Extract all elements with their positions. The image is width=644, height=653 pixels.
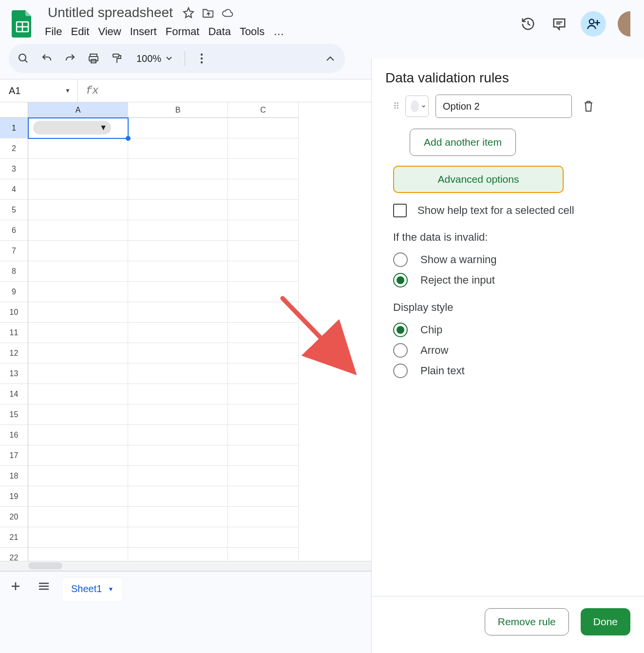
- cell[interactable]: [28, 220, 128, 241]
- column-header[interactable]: C: [228, 102, 299, 118]
- cell[interactable]: [228, 445, 299, 466]
- cell[interactable]: [228, 364, 299, 384]
- cell[interactable]: [228, 466, 299, 486]
- row-header[interactable]: 13: [0, 364, 28, 384]
- sheet-tab[interactable]: Sheet1 ▼: [62, 577, 122, 601]
- cell[interactable]: [28, 425, 128, 445]
- menu-overflow[interactable]: …: [273, 23, 291, 40]
- menu-view[interactable]: View: [98, 23, 128, 40]
- cell[interactable]: [228, 425, 299, 445]
- cell[interactable]: [228, 404, 299, 425]
- row-header[interactable]: 12: [0, 343, 28, 364]
- cell[interactable]: [228, 282, 299, 302]
- row-header[interactable]: 7: [0, 241, 28, 261]
- done-button[interactable]: Done: [581, 608, 630, 635]
- h-scroll-thumb[interactable]: [28, 562, 62, 569]
- chevron-down-icon[interactable]: ▼: [108, 586, 114, 593]
- cell[interactable]: [28, 527, 128, 548]
- advanced-options-button[interactable]: Advanced options: [393, 166, 564, 193]
- display-option[interactable]: Chip: [393, 323, 630, 337]
- collapse-toolbar-icon[interactable]: [323, 52, 337, 65]
- cell[interactable]: [28, 404, 128, 425]
- column-header[interactable]: B: [128, 102, 228, 118]
- cell[interactable]: [128, 302, 228, 323]
- cell[interactable]: [228, 179, 299, 200]
- cell[interactable]: [28, 179, 128, 200]
- cell[interactable]: [228, 323, 299, 343]
- cell[interactable]: [128, 486, 228, 507]
- select-all-corner[interactable]: [0, 102, 28, 118]
- add-sheet-button[interactable]: [6, 576, 25, 596]
- radio-button[interactable]: [393, 252, 408, 267]
- display-option[interactable]: Arrow: [393, 343, 630, 358]
- comments-icon[interactable]: [549, 14, 569, 34]
- cell[interactable]: [28, 384, 128, 404]
- cell[interactable]: [228, 302, 299, 323]
- cell[interactable]: [128, 507, 228, 527]
- cell[interactable]: [128, 445, 228, 466]
- radio-button[interactable]: [393, 343, 408, 358]
- row-header[interactable]: 21: [0, 527, 28, 548]
- account-avatar[interactable]: [618, 11, 630, 37]
- cell[interactable]: [128, 384, 228, 404]
- cell[interactable]: [28, 343, 128, 364]
- row-header[interactable]: 2: [0, 138, 28, 159]
- cloud-status-icon[interactable]: [222, 7, 233, 19]
- row-header[interactable]: 17: [0, 445, 28, 466]
- cell[interactable]: [28, 241, 128, 261]
- cell[interactable]: [128, 343, 228, 364]
- paint-format-icon[interactable]: [110, 52, 124, 65]
- menu-format[interactable]: Format: [166, 23, 207, 40]
- cell[interactable]: [228, 200, 299, 220]
- cell[interactable]: [28, 282, 128, 302]
- star-icon[interactable]: [183, 7, 194, 19]
- row-header[interactable]: 1: [0, 118, 28, 138]
- fill-handle[interactable]: [126, 136, 131, 141]
- cell[interactable]: [28, 466, 128, 486]
- help-text-checkbox[interactable]: [393, 204, 407, 217]
- sheets-logo[interactable]: [9, 6, 36, 41]
- menu-edit[interactable]: Edit: [71, 23, 96, 40]
- cell[interactable]: [228, 118, 299, 138]
- cell[interactable]: [28, 302, 128, 323]
- display-option[interactable]: Plain text: [393, 364, 630, 378]
- doc-title[interactable]: Untitled spreadsheet: [45, 4, 176, 21]
- cell[interactable]: [228, 241, 299, 261]
- cell[interactable]: [128, 118, 228, 138]
- row-header[interactable]: 19: [0, 486, 28, 507]
- cell[interactable]: [128, 138, 228, 159]
- cell[interactable]: [228, 220, 299, 241]
- menu-tools[interactable]: Tools: [240, 23, 271, 40]
- row-header[interactable]: 20: [0, 507, 28, 527]
- cell[interactable]: [228, 486, 299, 507]
- menu-insert[interactable]: Insert: [130, 23, 164, 40]
- row-header[interactable]: 4: [0, 179, 28, 200]
- more-vert-icon[interactable]: [195, 52, 208, 65]
- cell[interactable]: [128, 527, 228, 548]
- option-value-input[interactable]: [436, 95, 572, 118]
- print-icon[interactable]: [87, 52, 100, 65]
- cell[interactable]: [128, 323, 228, 343]
- cell[interactable]: [28, 323, 128, 343]
- row-header[interactable]: 3: [0, 159, 28, 179]
- row-header[interactable]: 5: [0, 200, 28, 220]
- row-header[interactable]: 8: [0, 261, 28, 282]
- radio-button[interactable]: [393, 364, 408, 378]
- search-icon[interactable]: [17, 52, 30, 65]
- invalid-option[interactable]: Reject the input: [393, 273, 630, 288]
- drag-handle-icon[interactable]: ⠿: [393, 101, 398, 112]
- delete-option-icon[interactable]: [582, 99, 595, 113]
- cell[interactable]: [128, 364, 228, 384]
- cell[interactable]: [28, 200, 128, 220]
- row-header[interactable]: 9: [0, 282, 28, 302]
- menu-data[interactable]: Data: [208, 23, 237, 40]
- cell[interactable]: [128, 159, 228, 179]
- cell[interactable]: [28, 261, 128, 282]
- cell[interactable]: [228, 159, 299, 179]
- cell[interactable]: [28, 486, 128, 507]
- cell[interactable]: [228, 138, 299, 159]
- share-button[interactable]: [581, 11, 606, 37]
- cell[interactable]: [228, 384, 299, 404]
- row-header[interactable]: 18: [0, 466, 28, 486]
- cell[interactable]: [28, 507, 128, 527]
